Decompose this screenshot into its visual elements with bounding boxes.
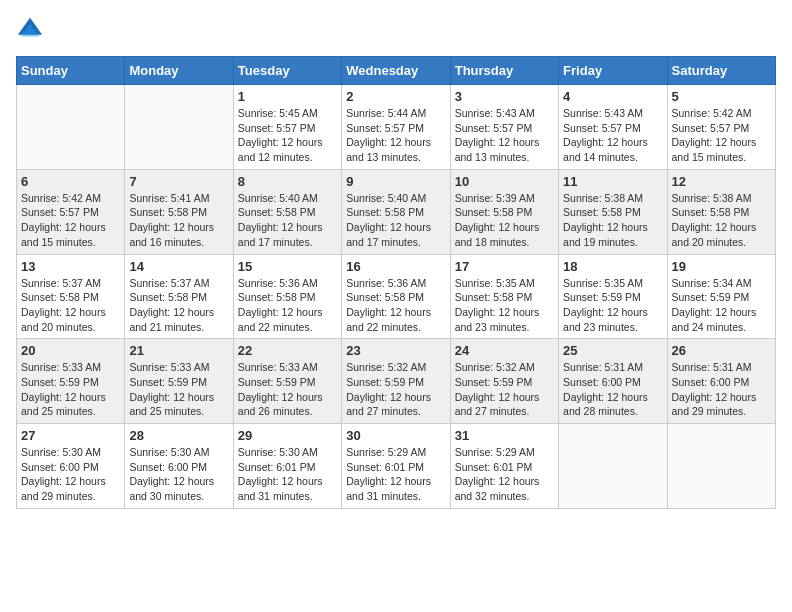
page-header [16,16,776,44]
day-number: 6 [21,174,120,189]
calendar-cell: 9Sunrise: 5:40 AM Sunset: 5:58 PM Daylig… [342,169,450,254]
day-info: Sunrise: 5:45 AM Sunset: 5:57 PM Dayligh… [238,106,337,165]
day-info: Sunrise: 5:44 AM Sunset: 5:57 PM Dayligh… [346,106,445,165]
day-number: 15 [238,259,337,274]
calendar-cell: 30Sunrise: 5:29 AM Sunset: 6:01 PM Dayli… [342,424,450,509]
day-number: 19 [672,259,771,274]
day-info: Sunrise: 5:30 AM Sunset: 6:00 PM Dayligh… [129,445,228,504]
day-number: 20 [21,343,120,358]
day-number: 7 [129,174,228,189]
day-number: 24 [455,343,554,358]
day-info: Sunrise: 5:30 AM Sunset: 6:00 PM Dayligh… [21,445,120,504]
calendar-table: SundayMondayTuesdayWednesdayThursdayFrid… [16,56,776,509]
calendar-cell: 29Sunrise: 5:30 AM Sunset: 6:01 PM Dayli… [233,424,341,509]
day-info: Sunrise: 5:41 AM Sunset: 5:58 PM Dayligh… [129,191,228,250]
calendar-cell: 25Sunrise: 5:31 AM Sunset: 6:00 PM Dayli… [559,339,667,424]
day-info: Sunrise: 5:33 AM Sunset: 5:59 PM Dayligh… [21,360,120,419]
day-info: Sunrise: 5:38 AM Sunset: 5:58 PM Dayligh… [563,191,662,250]
calendar-cell: 3Sunrise: 5:43 AM Sunset: 5:57 PM Daylig… [450,85,558,170]
day-info: Sunrise: 5:42 AM Sunset: 5:57 PM Dayligh… [21,191,120,250]
day-number: 27 [21,428,120,443]
day-number: 5 [672,89,771,104]
calendar-cell: 24Sunrise: 5:32 AM Sunset: 5:59 PM Dayli… [450,339,558,424]
day-info: Sunrise: 5:33 AM Sunset: 5:59 PM Dayligh… [129,360,228,419]
calendar-week-row: 13Sunrise: 5:37 AM Sunset: 5:58 PM Dayli… [17,254,776,339]
calendar-cell: 11Sunrise: 5:38 AM Sunset: 5:58 PM Dayli… [559,169,667,254]
day-number: 29 [238,428,337,443]
day-info: Sunrise: 5:35 AM Sunset: 5:59 PM Dayligh… [563,276,662,335]
day-info: Sunrise: 5:30 AM Sunset: 6:01 PM Dayligh… [238,445,337,504]
day-number: 2 [346,89,445,104]
day-number: 1 [238,89,337,104]
calendar-cell: 23Sunrise: 5:32 AM Sunset: 5:59 PM Dayli… [342,339,450,424]
day-info: Sunrise: 5:37 AM Sunset: 5:58 PM Dayligh… [21,276,120,335]
day-info: Sunrise: 5:40 AM Sunset: 5:58 PM Dayligh… [238,191,337,250]
calendar-week-row: 6Sunrise: 5:42 AM Sunset: 5:57 PM Daylig… [17,169,776,254]
calendar-cell: 26Sunrise: 5:31 AM Sunset: 6:00 PM Dayli… [667,339,775,424]
day-number: 23 [346,343,445,358]
day-number: 22 [238,343,337,358]
day-number: 12 [672,174,771,189]
day-info: Sunrise: 5:29 AM Sunset: 6:01 PM Dayligh… [455,445,554,504]
logo-icon [16,16,44,44]
weekday-header-row: SundayMondayTuesdayWednesdayThursdayFrid… [17,57,776,85]
calendar-cell: 21Sunrise: 5:33 AM Sunset: 5:59 PM Dayli… [125,339,233,424]
day-info: Sunrise: 5:37 AM Sunset: 5:58 PM Dayligh… [129,276,228,335]
calendar-cell: 20Sunrise: 5:33 AM Sunset: 5:59 PM Dayli… [17,339,125,424]
calendar-cell [17,85,125,170]
calendar-cell: 4Sunrise: 5:43 AM Sunset: 5:57 PM Daylig… [559,85,667,170]
weekday-header-friday: Friday [559,57,667,85]
weekday-header-sunday: Sunday [17,57,125,85]
calendar-cell [125,85,233,170]
calendar-cell: 2Sunrise: 5:44 AM Sunset: 5:57 PM Daylig… [342,85,450,170]
day-info: Sunrise: 5:36 AM Sunset: 5:58 PM Dayligh… [346,276,445,335]
day-number: 18 [563,259,662,274]
calendar-cell: 6Sunrise: 5:42 AM Sunset: 5:57 PM Daylig… [17,169,125,254]
day-info: Sunrise: 5:33 AM Sunset: 5:59 PM Dayligh… [238,360,337,419]
weekday-header-thursday: Thursday [450,57,558,85]
calendar-cell: 15Sunrise: 5:36 AM Sunset: 5:58 PM Dayli… [233,254,341,339]
day-info: Sunrise: 5:43 AM Sunset: 5:57 PM Dayligh… [563,106,662,165]
day-number: 4 [563,89,662,104]
calendar-cell: 10Sunrise: 5:39 AM Sunset: 5:58 PM Dayli… [450,169,558,254]
calendar-cell: 14Sunrise: 5:37 AM Sunset: 5:58 PM Dayli… [125,254,233,339]
calendar-cell: 13Sunrise: 5:37 AM Sunset: 5:58 PM Dayli… [17,254,125,339]
calendar-cell [667,424,775,509]
calendar-week-row: 1Sunrise: 5:45 AM Sunset: 5:57 PM Daylig… [17,85,776,170]
calendar-week-row: 20Sunrise: 5:33 AM Sunset: 5:59 PM Dayli… [17,339,776,424]
day-info: Sunrise: 5:42 AM Sunset: 5:57 PM Dayligh… [672,106,771,165]
day-info: Sunrise: 5:38 AM Sunset: 5:58 PM Dayligh… [672,191,771,250]
day-info: Sunrise: 5:34 AM Sunset: 5:59 PM Dayligh… [672,276,771,335]
day-info: Sunrise: 5:39 AM Sunset: 5:58 PM Dayligh… [455,191,554,250]
weekday-header-monday: Monday [125,57,233,85]
calendar-week-row: 27Sunrise: 5:30 AM Sunset: 6:00 PM Dayli… [17,424,776,509]
day-info: Sunrise: 5:29 AM Sunset: 6:01 PM Dayligh… [346,445,445,504]
logo [16,16,48,44]
calendar-cell: 7Sunrise: 5:41 AM Sunset: 5:58 PM Daylig… [125,169,233,254]
weekday-header-tuesday: Tuesday [233,57,341,85]
day-number: 3 [455,89,554,104]
day-info: Sunrise: 5:31 AM Sunset: 6:00 PM Dayligh… [563,360,662,419]
calendar-cell: 12Sunrise: 5:38 AM Sunset: 5:58 PM Dayli… [667,169,775,254]
day-number: 30 [346,428,445,443]
calendar-cell: 22Sunrise: 5:33 AM Sunset: 5:59 PM Dayli… [233,339,341,424]
day-info: Sunrise: 5:35 AM Sunset: 5:58 PM Dayligh… [455,276,554,335]
day-info: Sunrise: 5:32 AM Sunset: 5:59 PM Dayligh… [455,360,554,419]
day-number: 26 [672,343,771,358]
day-number: 14 [129,259,228,274]
day-info: Sunrise: 5:36 AM Sunset: 5:58 PM Dayligh… [238,276,337,335]
weekday-header-wednesday: Wednesday [342,57,450,85]
calendar-cell: 19Sunrise: 5:34 AM Sunset: 5:59 PM Dayli… [667,254,775,339]
day-number: 11 [563,174,662,189]
day-number: 31 [455,428,554,443]
calendar-cell: 16Sunrise: 5:36 AM Sunset: 5:58 PM Dayli… [342,254,450,339]
calendar-cell: 28Sunrise: 5:30 AM Sunset: 6:00 PM Dayli… [125,424,233,509]
calendar-cell: 8Sunrise: 5:40 AM Sunset: 5:58 PM Daylig… [233,169,341,254]
day-number: 8 [238,174,337,189]
day-info: Sunrise: 5:43 AM Sunset: 5:57 PM Dayligh… [455,106,554,165]
calendar-cell: 27Sunrise: 5:30 AM Sunset: 6:00 PM Dayli… [17,424,125,509]
day-number: 21 [129,343,228,358]
weekday-header-saturday: Saturday [667,57,775,85]
day-number: 17 [455,259,554,274]
day-number: 16 [346,259,445,274]
